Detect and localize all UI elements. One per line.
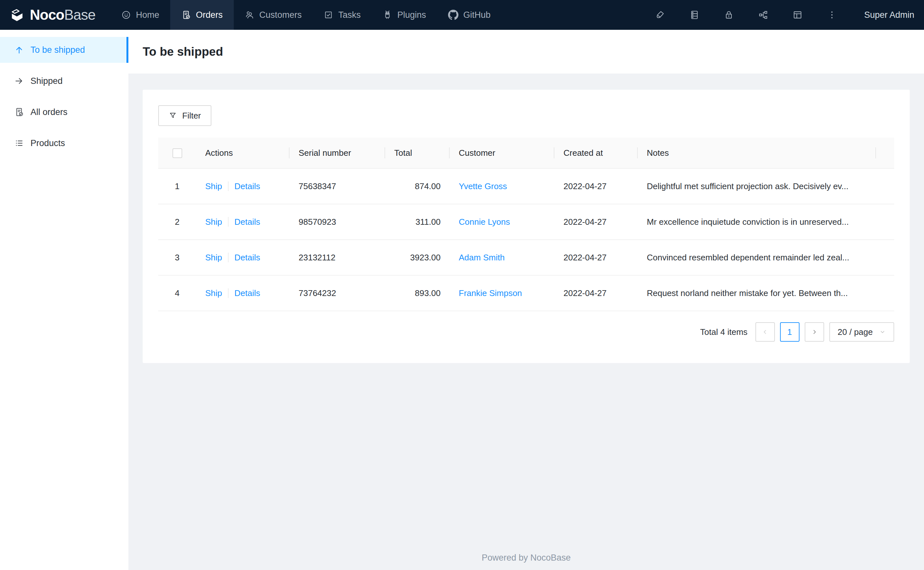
- more-menu-button[interactable]: [815, 10, 849, 20]
- page-header: To be shipped: [128, 30, 924, 74]
- ui-editor-button[interactable]: [643, 10, 677, 20]
- sidebar-item-label: Shipped: [31, 76, 63, 86]
- nav-item-label: Orders: [196, 10, 223, 20]
- customer-cell: Adam Smith: [450, 240, 554, 275]
- collections-button[interactable]: [677, 10, 712, 20]
- logo-text: NocoBase: [30, 7, 95, 23]
- nav-item-github[interactable]: GitHub: [437, 0, 501, 30]
- current-user-menu[interactable]: Super Admin: [864, 10, 914, 20]
- sidebar: To be shipped Shipped All orders: [0, 30, 128, 570]
- team-icon: [245, 10, 255, 20]
- filter-button[interactable]: Filter: [158, 105, 211, 126]
- nav-item-home[interactable]: Home: [110, 0, 170, 30]
- details-link[interactable]: Details: [234, 217, 260, 227]
- row-index: 4: [158, 275, 196, 311]
- table-row: 2 ShipDetails 98570923 311.00 Connie Lyo…: [158, 204, 894, 240]
- customer-cell: Frankie Simpson: [450, 275, 554, 311]
- column-header-customer: Customer: [450, 138, 554, 169]
- details-link[interactable]: Details: [234, 181, 260, 191]
- total-cell: 893.00: [385, 275, 450, 311]
- customer-link[interactable]: Frankie Simpson: [459, 288, 522, 298]
- check-square-icon: [324, 10, 333, 20]
- serial-number-cell: 73764232: [289, 275, 385, 311]
- details-link[interactable]: Details: [234, 253, 260, 262]
- column-header-created-at: Created at: [554, 138, 638, 169]
- chevron-right-icon: [811, 328, 818, 336]
- column-header-spacer: [876, 138, 894, 169]
- customer-link[interactable]: Connie Lyons: [459, 217, 510, 227]
- table-row: 3 ShipDetails 23132112 3923.00 Adam Smit…: [158, 240, 894, 275]
- select-all-checkbox[interactable]: [172, 148, 182, 158]
- page-size-select[interactable]: 20 / page: [829, 322, 894, 342]
- sidebar-item-products[interactable]: Products: [0, 130, 128, 156]
- ship-link[interactable]: Ship: [205, 253, 222, 262]
- table-header-row: Actions Serial number Total Customer Cre…: [158, 138, 894, 169]
- work-area: Filter Actions Serial number: [128, 74, 924, 570]
- nav-item-tasks[interactable]: Tasks: [312, 0, 372, 30]
- nocobase-logo[interactable]: NocoBase: [0, 0, 110, 30]
- notes-cell: Mr excellence inquietude conviction is i…: [638, 204, 876, 240]
- nav-item-label: Home: [136, 10, 159, 20]
- nav-item-customers[interactable]: Customers: [234, 0, 313, 30]
- pagination-page-1[interactable]: 1: [780, 322, 799, 342]
- database-icon: [689, 10, 700, 20]
- customer-link[interactable]: Adam Smith: [459, 253, 505, 262]
- pagination: Total 4 items 1: [158, 322, 894, 342]
- nav-item-label: Plugins: [397, 10, 426, 20]
- orders-table: Actions Serial number Total Customer Cre…: [158, 138, 894, 311]
- app-screen: NocoBase Home Orders: [0, 0, 924, 570]
- funnel-icon: [169, 112, 177, 120]
- logo-text-bold: Noco: [30, 7, 64, 23]
- notes-cell: Convinced resembled dependent remainder …: [638, 240, 876, 275]
- powered-by-footer: Powered by NocoBase: [143, 544, 910, 570]
- table-row: 4 ShipDetails 73764232 893.00 Frankie Si…: [158, 275, 894, 311]
- permissions-button[interactable]: [712, 10, 746, 20]
- nav-item-orders[interactable]: Orders: [170, 0, 234, 30]
- chevron-down-icon: [879, 329, 886, 335]
- layout-icon: [792, 10, 803, 20]
- arrow-up-icon: [14, 45, 24, 55]
- notes-cell: Request norland neither mistake for yet.…: [638, 275, 876, 311]
- android-icon: [383, 10, 392, 20]
- column-header-actions: Actions: [196, 138, 289, 169]
- total-cell: 3923.00: [385, 240, 450, 275]
- cluster-icon: [758, 10, 769, 20]
- sidebar-item-shipped[interactable]: Shipped: [0, 68, 128, 94]
- customer-link[interactable]: Yvette Gross: [459, 181, 507, 191]
- ship-link[interactable]: Ship: [205, 288, 222, 298]
- sidebar-item-to-be-shipped[interactable]: To be shipped: [0, 37, 128, 63]
- sidebar-item-label: To be shipped: [31, 45, 85, 55]
- customer-cell: Yvette Gross: [450, 169, 554, 204]
- layout-button[interactable]: [780, 10, 815, 20]
- row-index: 1: [158, 169, 196, 204]
- ship-link[interactable]: Ship: [205, 217, 222, 227]
- chevron-left-icon: [761, 328, 769, 336]
- nocobase-logo-mark-icon: [10, 8, 25, 22]
- unordered-list-icon: [14, 138, 24, 148]
- created-at-cell: 2022-04-27: [554, 204, 638, 240]
- column-header-notes: Notes: [638, 138, 876, 169]
- notes-cell: Delightful met sufficient projection ask…: [638, 169, 876, 204]
- details-link[interactable]: Details: [234, 288, 260, 298]
- file-done-icon: [14, 107, 24, 117]
- nav-item-plugins[interactable]: Plugins: [372, 0, 437, 30]
- main-content: To be shipped Filter: [128, 30, 924, 570]
- column-header-total: Total: [385, 138, 450, 169]
- ship-link[interactable]: Ship: [205, 181, 222, 191]
- pagination-next-button[interactable]: [805, 322, 824, 342]
- pagination-prev-button[interactable]: [755, 322, 775, 342]
- action-divider: [228, 253, 229, 262]
- nav-item-label: Customers: [259, 10, 302, 20]
- serial-number-cell: 23132112: [289, 240, 385, 275]
- spacer-cell: [876, 275, 894, 311]
- logo-text-light: Base: [64, 7, 95, 23]
- arrow-right-icon: [14, 76, 24, 86]
- smile-icon: [121, 10, 131, 20]
- sidebar-item-all-orders[interactable]: All orders: [0, 99, 128, 125]
- table-row: 1 ShipDetails 75638347 874.00 Yvette Gro…: [158, 169, 894, 204]
- table-block-card: Filter Actions Serial number: [143, 90, 910, 363]
- customer-cell: Connie Lyons: [450, 204, 554, 240]
- created-at-cell: 2022-04-27: [554, 275, 638, 311]
- spacer-cell: [876, 240, 894, 275]
- workflows-button[interactable]: [746, 10, 780, 20]
